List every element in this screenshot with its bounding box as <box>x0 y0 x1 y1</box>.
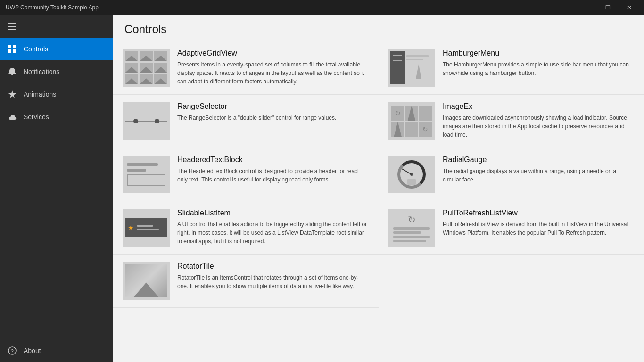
sparkle-icon <box>8 90 17 99</box>
list-item[interactable]: AdaptiveGridView Presents items in a eve… <box>113 41 379 95</box>
window-controls: — ❐ ✕ <box>575 0 640 15</box>
sidebar-item-services[interactable]: Services <box>0 106 113 128</box>
control-info: PullToRefreshListView PullToRefreshListV… <box>443 209 635 237</box>
control-name: AdaptiveGridView <box>177 49 369 58</box>
control-desc: The radial gauge displays a value within… <box>443 167 635 184</box>
sidebar-notifications-label: Notifications <box>24 68 59 75</box>
control-desc: RotatorTile is an ItemsControl that rota… <box>177 273 369 290</box>
control-desc: A UI control that enables actions to be … <box>177 220 369 246</box>
hamburger-button[interactable] <box>0 15 113 38</box>
bell-icon <box>8 67 17 76</box>
control-info: ImageEx Images are downloaded asynchrono… <box>443 102 635 139</box>
control-name: PullToRefreshListView <box>443 209 635 217</box>
control-desc: Presents items in a evenly-spaced set of… <box>177 60 369 86</box>
control-desc: The HeaderedTextBlock control is designe… <box>177 167 369 184</box>
close-button[interactable]: ✕ <box>619 0 640 15</box>
control-name: HamburgerMenu <box>443 49 635 58</box>
nav-spacer <box>0 128 113 339</box>
svg-rect-1 <box>13 45 16 48</box>
sidebar-item-notifications[interactable]: Notifications <box>0 60 113 83</box>
control-name: RangeSelector <box>177 102 369 111</box>
sidebar-item-about[interactable]: ? About <box>0 339 113 362</box>
control-name: RotatorTile <box>177 262 369 271</box>
list-item[interactable]: HamburgerMenu The HamburgerMenu provides… <box>379 41 644 95</box>
control-desc: PullToRefreshListView is derived from th… <box>443 220 635 237</box>
control-info: RadialGauge The radial gauge displays a … <box>443 156 635 184</box>
app-body: Controls Notifications Animations <box>0 15 644 362</box>
app-title: UWP Community Toolkit Sample App <box>6 4 99 11</box>
svg-rect-3 <box>13 49 16 53</box>
control-thumbnail-slidable-list-item: ★ <box>123 209 170 247</box>
hamburger-icon <box>8 23 16 30</box>
control-name: RadialGauge <box>443 156 635 164</box>
control-thumbnail-range-selector <box>123 102 170 140</box>
page-header: Controls <box>113 15 644 41</box>
control-info: HeaderedTextBlock The HeaderedTextBlock … <box>177 156 369 184</box>
list-item[interactable]: RotatorTile RotatorTile is an ItemsContr… <box>113 255 379 308</box>
list-item[interactable]: ↻ PullToRefreshListView PullToRefreshLis… <box>379 201 644 255</box>
control-desc: The HamburgerMenu provides a simple to u… <box>443 60 635 77</box>
control-thumbnail-hamburger-menu <box>388 49 435 87</box>
sidebar-services-label: Services <box>24 113 49 121</box>
control-desc: The RangeSelector is a "double slider" c… <box>177 114 369 122</box>
svg-rect-2 <box>8 49 11 53</box>
control-info: AdaptiveGridView Presents items in a eve… <box>177 49 369 86</box>
question-icon: ? <box>8 346 17 355</box>
grid-icon <box>8 44 17 54</box>
list-item[interactable]: ★ SlidableListItem A UI control that ena… <box>113 201 379 255</box>
svg-text:?: ? <box>11 349 14 354</box>
control-name: ImageEx <box>443 102 635 111</box>
sidebar-item-controls[interactable]: Controls <box>0 38 113 60</box>
list-item[interactable]: RadialGauge The radial gauge displays a … <box>379 148 644 201</box>
control-thumbnail-headered-text-block <box>123 156 170 193</box>
sidebar-animations-label: Animations <box>24 90 56 98</box>
restore-button[interactable]: ❐ <box>597 0 619 15</box>
control-thumbnail-radial-gauge <box>388 156 435 193</box>
cloud-icon <box>8 112 17 122</box>
main-content: Controls <box>113 15 644 362</box>
sidebar: Controls Notifications Animations <box>0 15 113 362</box>
sidebar-item-animations[interactable]: Animations <box>0 83 113 106</box>
minimize-button[interactable]: — <box>575 0 597 15</box>
sidebar-controls-label: Controls <box>24 45 48 53</box>
sidebar-about-label: About <box>24 347 41 354</box>
svg-rect-0 <box>8 45 11 48</box>
control-thumbnail-image-ex <box>388 102 435 140</box>
svg-marker-4 <box>8 90 16 98</box>
title-bar: UWP Community Toolkit Sample App — ❐ ✕ <box>0 0 644 15</box>
control-desc: Images are downloaded asynchronously sho… <box>443 114 635 139</box>
control-thumbnail-pull-to-refresh: ↻ <box>388 209 435 247</box>
list-item[interactable]: ImageEx Images are downloaded asynchrono… <box>379 95 644 148</box>
control-info: RotatorTile RotatorTile is an ItemsContr… <box>177 262 369 290</box>
control-name: SlidableListItem <box>177 209 369 217</box>
control-thumbnail-rotator-tile <box>123 262 170 300</box>
control-info: HamburgerMenu The HamburgerMenu provides… <box>443 49 635 77</box>
control-thumbnail-adaptive-grid <box>123 49 170 87</box>
page-title: Controls <box>124 23 633 36</box>
control-info: RangeSelector The RangeSelector is a "do… <box>177 102 369 122</box>
control-info: SlidableListItem A UI control that enabl… <box>177 209 369 246</box>
control-name: HeaderedTextBlock <box>177 156 369 164</box>
controls-grid: AdaptiveGridView Presents items in a eve… <box>113 41 644 308</box>
list-item[interactable]: HeaderedTextBlock The HeaderedTextBlock … <box>113 148 379 201</box>
list-item[interactable]: RangeSelector The RangeSelector is a "do… <box>113 95 379 148</box>
